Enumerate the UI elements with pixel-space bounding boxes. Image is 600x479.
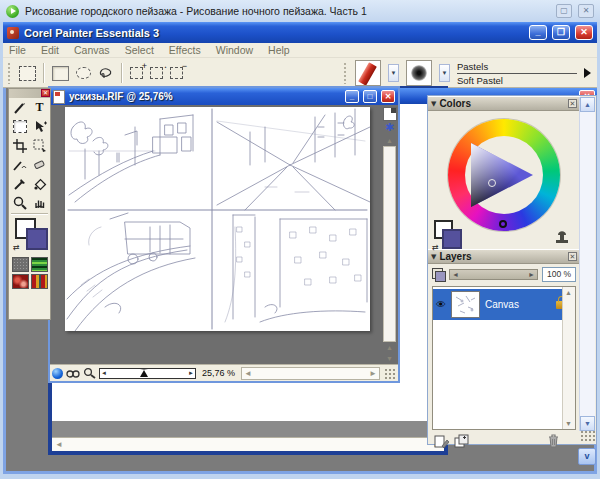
opacity-slider[interactable]: ◄►	[449, 269, 538, 280]
transform-tool-button[interactable]	[30, 136, 50, 155]
panel-color-swatches[interactable]: ⇄	[432, 219, 472, 253]
new-layer-icon[interactable]	[434, 434, 449, 448]
secondary-color-swatch[interactable]	[26, 228, 48, 250]
duplicate-layer-icon[interactable]	[454, 434, 470, 448]
layers-panel-close-button[interactable]: ✕	[568, 252, 577, 261]
layer-list-scrollbar[interactable]: ▲ ▼	[562, 287, 575, 429]
brushbar-grip[interactable]	[343, 62, 348, 84]
doc-vscroll-up-icon[interactable]: ▲	[384, 135, 395, 146]
grabber-tool-button[interactable]	[30, 193, 50, 212]
page-corner-icon[interactable]	[383, 107, 397, 121]
app-titlebar[interactable]: Corel Painter Essentials 3 _ ❐ ✕	[3, 22, 597, 43]
collapse-triangle-icon[interactable]: ▼	[431, 100, 436, 108]
doc-close-button[interactable]: ✕	[381, 90, 395, 103]
opacity-left-icon[interactable]: ◄	[452, 270, 459, 279]
zoom-in-icon[interactable]: ►	[188, 369, 194, 377]
brush-variant-dropdown[interactable]: ▼	[439, 64, 450, 82]
crop-tool-button[interactable]	[10, 136, 30, 155]
eraser-tool-button[interactable]	[30, 155, 50, 174]
lasso-selection-button[interactable]	[98, 66, 114, 80]
layer-list-up-icon[interactable]: ▲	[563, 287, 574, 298]
sv-marker[interactable]	[488, 179, 496, 187]
delete-layer-trash-icon[interactable]	[547, 433, 560, 448]
collapse-triangle-icon[interactable]: ▼	[431, 253, 436, 261]
client-scroll-down-icon[interactable]: v	[578, 448, 596, 465]
close-button[interactable]: ✕	[575, 25, 593, 40]
outer-maximize-button[interactable]: ▢	[556, 4, 572, 18]
menu-canvas[interactable]: Canvas	[74, 44, 110, 56]
brush-variant-well[interactable]	[406, 60, 432, 86]
clone-color-stamp-icon[interactable]	[554, 227, 570, 244]
layer-row-canvas[interactable]: 👁︎ Canvas	[433, 289, 575, 320]
look-selector[interactable]	[31, 274, 48, 289]
restore-button[interactable]: ❐	[552, 25, 570, 40]
toolbar-grip[interactable]	[7, 62, 12, 84]
menu-select[interactable]: Select	[125, 44, 154, 56]
colors-panel-close-button[interactable]: ✕	[568, 99, 577, 108]
new-selection-mode-button[interactable]: +	[130, 67, 143, 79]
palette-scrollbar[interactable]: ▲ ▼	[579, 97, 595, 431]
panel-swap-icon[interactable]: ⇄	[432, 243, 439, 252]
brush-category-dropdown[interactable]: ▼	[388, 64, 399, 82]
panel-secondary-swatch[interactable]	[442, 229, 462, 249]
paper-selector[interactable]	[12, 257, 29, 272]
outer-close-button[interactable]: ✕	[578, 4, 594, 18]
doc-hscroll-right-icon[interactable]: ►	[369, 369, 377, 378]
document-horizontal-scrollbar[interactable]: ◄ ►	[241, 367, 380, 380]
layer-commands-icon[interactable]	[432, 268, 445, 281]
brush-flyout-arrow[interactable]	[584, 68, 591, 78]
canvas[interactable]	[65, 107, 370, 331]
layer-list[interactable]: 👁︎ Canvas ▲ ▼	[432, 286, 576, 430]
pattern-selector[interactable]	[12, 274, 29, 289]
toolbox-titlebar[interactable]: ✕	[9, 89, 50, 98]
menu-edit[interactable]: Edit	[41, 44, 59, 56]
text-tool-button[interactable]: T	[30, 98, 50, 117]
cloner-tool-button[interactable]	[10, 155, 30, 174]
document-titlebar[interactable]: ускизы.RIF @ 25,76% _ □ ✕	[50, 88, 398, 105]
bgdoc-horizontal-scrollbar[interactable]: ◄ ►	[52, 437, 444, 451]
doc-minimize-button[interactable]: _	[345, 90, 359, 103]
tracing-paper-icon[interactable]: ✱	[384, 122, 396, 134]
add-selection-mode-button[interactable]: ˖	[150, 67, 163, 79]
brush-tool-button[interactable]	[10, 98, 30, 117]
brush-category-well[interactable]	[355, 60, 381, 86]
toolbox-close-button[interactable]: ✕	[41, 89, 50, 97]
doc-vscroll-down-icon[interactable]: ▼	[384, 353, 395, 364]
brush-selector-labels[interactable]: Pastels Soft Pastel	[457, 61, 577, 86]
doc-hscroll-left-icon[interactable]: ◄	[244, 369, 252, 378]
color-wheel[interactable]	[448, 119, 560, 231]
magnifier-tool-button[interactable]	[10, 193, 30, 212]
gradient-selector[interactable]	[31, 257, 48, 272]
rect-selection-button[interactable]	[52, 66, 69, 81]
layer-visibility-icon[interactable]: 👁︎	[436, 299, 446, 310]
menu-file[interactable]: File	[9, 44, 26, 56]
subtract-selection-mode-button[interactable]: −	[170, 67, 183, 79]
doc-vertical-scrollbar[interactable]	[383, 146, 396, 342]
menu-effects[interactable]: Effects	[169, 44, 201, 56]
binoculars-icon[interactable]	[66, 368, 80, 379]
menu-window[interactable]: Window	[216, 44, 253, 56]
scroll-left-icon[interactable]: ◄	[55, 440, 63, 449]
doc-vscroll-up2-icon[interactable]: ▲	[384, 342, 395, 353]
opacity-right-icon[interactable]: ►	[528, 270, 535, 279]
magnifier-icon[interactable]	[83, 367, 96, 379]
zoom-out-icon[interactable]: ◄	[101, 369, 107, 377]
document-resize-grip[interactable]	[383, 367, 396, 380]
oval-selection-button[interactable]	[76, 67, 91, 79]
palette-scroll-up-icon[interactable]: ▲	[580, 97, 595, 112]
zoom-slider-thumb[interactable]	[140, 369, 148, 377]
palette-scroll-down-icon[interactable]: ▼	[580, 416, 595, 431]
swap-colors-icon[interactable]: ⇄	[13, 243, 20, 252]
minimize-button[interactable]: _	[529, 25, 547, 40]
dropper-tool-button[interactable]	[10, 174, 30, 193]
menu-help[interactable]: Help	[268, 44, 290, 56]
hue-marker[interactable]	[499, 220, 507, 228]
layer-list-down-icon[interactable]: ▼	[563, 418, 574, 429]
main-color-swatches[interactable]: ⇄	[13, 217, 46, 255]
navigator-icon[interactable]	[52, 368, 63, 379]
colors-panel-header[interactable]: ▼ Colors ✕	[428, 96, 580, 111]
paint-bucket-tool-button[interactable]	[30, 174, 50, 193]
rect-select-tool-button[interactable]	[10, 117, 30, 136]
layer-adjuster-tool-button[interactable]	[30, 117, 50, 136]
selection-tool-icon[interactable]	[19, 66, 36, 81]
